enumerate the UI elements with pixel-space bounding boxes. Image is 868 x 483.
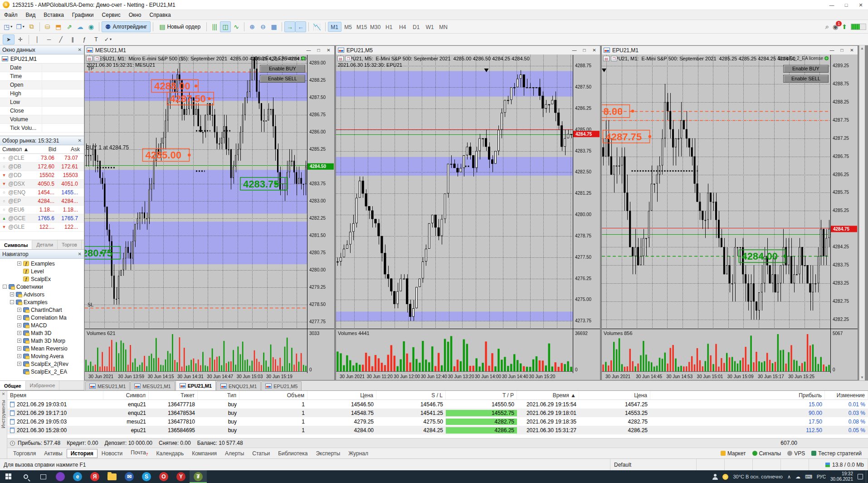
- toolbox-tab-компания[interactable]: Компания: [188, 449, 221, 458]
- navigator-item-examples[interactable]: +ƒExamples: [0, 260, 84, 267]
- expand-icon[interactable]: +: [17, 315, 21, 320]
- menu-сервис[interactable]: Сервис: [98, 10, 125, 20]
- history-column-объем[interactable]: Объем: [239, 391, 307, 399]
- data-folder-button[interactable]: ⧉: [26, 21, 37, 32]
- enable-buy-button[interactable]: Enable BUY: [260, 65, 305, 73]
- close-icon[interactable]: ✕: [78, 138, 82, 143]
- fibonacci-tool[interactable]: ƒ: [78, 34, 90, 44]
- expand-icon[interactable]: +: [17, 362, 21, 366]
- onedrive-cloud-icon[interactable]: ☁: [795, 474, 800, 480]
- tile-windows-button[interactable]: ▦: [268, 21, 279, 32]
- navigator-item-correlation-ma[interactable]: +Correlation Ma: [0, 314, 84, 321]
- history-row-136477810[interactable]: 2021.06.29 19:05:03mesu21136477810buy142…: [7, 417, 868, 426]
- horizontal-line-tool[interactable]: ─: [43, 34, 55, 44]
- market-watch-row-db[interactable]: ○@DB172.60172.61: [0, 163, 84, 171]
- toolbox-tab-эксперты[interactable]: Эксперты: [312, 449, 344, 458]
- market-watch-row-eu6[interactable]: ○@EU61.18...1.18...: [0, 206, 84, 214]
- toolbox-tab-библиотека[interactable]: Библиотека: [274, 449, 312, 458]
- market-watch-row-ep[interactable]: ○@EP4284...4284...: [0, 197, 84, 206]
- timeframe-m30[interactable]: M30: [369, 22, 382, 32]
- market-watch-row-dsx[interactable]: ▼@DSX4050.54051.0: [0, 180, 84, 188]
- one-click-trading-icon[interactable]: ❒: [94, 56, 100, 61]
- algo-trading-button[interactable]: ⚉Алготрейдинг: [102, 21, 151, 32]
- shapes-tool[interactable]: ✓▾: [102, 34, 114, 44]
- navigator-item-advisors[interactable]: +Advisors: [0, 291, 84, 298]
- history-column-время[interactable]: Время: [7, 391, 103, 399]
- expand-icon[interactable]: +: [17, 308, 21, 312]
- expand-icon[interactable]: +: [17, 331, 21, 335]
- market-watch-tab-детали[interactable]: Детали: [32, 240, 58, 249]
- notification-center-icon[interactable]: [858, 474, 863, 479]
- text-label-tool[interactable]: T: [90, 34, 102, 44]
- auto-scroll-button[interactable]: →: [284, 21, 295, 32]
- chart-canvas-mesu21-m1[interactable]: [85, 55, 334, 380]
- tray-chevron-icon[interactable]: ∧: [787, 474, 791, 480]
- toolbox-tab-история[interactable]: История: [67, 449, 98, 458]
- zoom-out-button[interactable]: ⊖: [258, 21, 268, 32]
- close-button[interactable]: ✕: [853, 0, 868, 10]
- chart-tab-enqu21-m1[interactable]: ENQU21,M1: [216, 381, 261, 390]
- navigator-item-examples[interactable]: -Examples: [0, 298, 84, 306]
- toolbox-tab-новости[interactable]: Новости: [98, 449, 127, 458]
- column-bid[interactable]: Bid: [33, 145, 56, 153]
- community-button[interactable]: ◉: [86, 21, 97, 32]
- market-watch-tab-торгов[interactable]: Торгов: [58, 240, 82, 249]
- market-watch-row-cle[interactable]: ○@CLE73.0673.07: [0, 154, 84, 163]
- navigator-item-scalpex[interactable]: ƒScalpEx: [0, 275, 84, 283]
- toolbox-tab-торговля[interactable]: Торговля: [9, 449, 40, 458]
- new-order-button[interactable]: ▤Новый ордер: [156, 21, 204, 32]
- crosshair-tool[interactable]: ✛: [15, 34, 26, 44]
- timeframe-h4[interactable]: H4: [396, 22, 410, 32]
- enable-buy-button[interactable]: Enable BUY: [783, 65, 829, 73]
- timeframe-d1[interactable]: D1: [410, 22, 423, 32]
- zoom-in-button[interactable]: ⊕: [247, 21, 258, 32]
- chart-close-button[interactable]: ✕: [848, 48, 856, 53]
- chart-canvas-epu21-m5[interactable]: [336, 55, 600, 380]
- column-symbol[interactable]: Символ ▲: [0, 145, 33, 153]
- market-watch-row-gle[interactable]: ▼@GLE122....122...: [0, 223, 84, 232]
- weather-text[interactable]: 30°C В осн. солнечно: [733, 474, 783, 479]
- menu-окно[interactable]: Окно: [125, 10, 146, 20]
- language-indicator[interactable]: РУС: [817, 474, 826, 479]
- taskbar-app-yandex[interactable]: Я: [86, 470, 103, 483]
- menu-справка[interactable]: Справка: [146, 10, 175, 20]
- column-ask[interactable]: Ask: [56, 145, 80, 153]
- clock-tray[interactable]: 19:3230.06.2021: [830, 471, 853, 482]
- history-column-изменение[interactable]: Изменение: [825, 391, 868, 399]
- navigator-item-moving-avera[interactable]: +Moving Avera: [0, 352, 84, 360]
- timeframe-h1[interactable]: H1: [382, 22, 396, 32]
- chart-shift-button[interactable]: ←: [295, 21, 306, 32]
- timeframe-m1[interactable]: M1: [328, 22, 341, 32]
- toolbox-tab-календарь[interactable]: Календарь: [152, 449, 188, 458]
- timeframe-m15[interactable]: M15: [355, 22, 369, 32]
- profiles-button[interactable]: ❐▾: [14, 21, 26, 32]
- new-chart-button[interactable]: ◳▾: [2, 21, 14, 32]
- toolbox-close-icon[interactable]: ✕: [2, 392, 5, 396]
- toolbox-service-тестер-стратегий[interactable]: Тестер стратегий: [811, 450, 862, 457]
- maximize-button[interactable]: □: [839, 0, 853, 10]
- navigator-item-mean-reversio[interactable]: +Mean Reversio: [0, 345, 84, 352]
- navigator-tab-избранное[interactable]: Избранное: [26, 381, 60, 390]
- task-view-icon[interactable]: [34, 470, 52, 483]
- chart-restore-button[interactable]: □: [838, 48, 846, 53]
- navigator-item-math-3d[interactable]: +Math 3D: [0, 329, 84, 337]
- history-column-время[interactable]: Время ▲: [517, 391, 579, 399]
- statusbar-profile[interactable]: Default: [610, 459, 697, 470]
- minimize-button[interactable]: —: [824, 0, 839, 10]
- taskbar-app-mail-app[interactable]: ✉: [121, 470, 138, 483]
- close-icon[interactable]: ✕: [78, 47, 82, 52]
- market-watch-row-enq[interactable]: ○@ENQ1454...1455...: [0, 188, 84, 197]
- taskbar-app-file-explorer[interactable]: [103, 470, 121, 483]
- indicators-button[interactable]: 📉: [311, 21, 322, 32]
- account-level-icon[interactable]: ⬆: [842, 23, 847, 30]
- navigator-item-scalpex-2-ea[interactable]: ScalpEx_2_EA: [0, 368, 84, 375]
- navigator-item-советники[interactable]: -Советники: [0, 283, 84, 291]
- depth-of-market-icon[interactable]: ▤: [337, 56, 344, 61]
- market-bag-button[interactable]: ⬒: [53, 21, 64, 32]
- toolbox-tab-алерты[interactable]: Алерты: [221, 449, 248, 458]
- collapse-icon[interactable]: -: [10, 300, 14, 304]
- menu-файл[interactable]: Файл: [0, 10, 22, 20]
- toolbox-tab-почта[interactable]: Почта7: [127, 448, 152, 458]
- expand-icon[interactable]: +: [17, 323, 21, 327]
- menu-графики[interactable]: Графики: [68, 10, 98, 20]
